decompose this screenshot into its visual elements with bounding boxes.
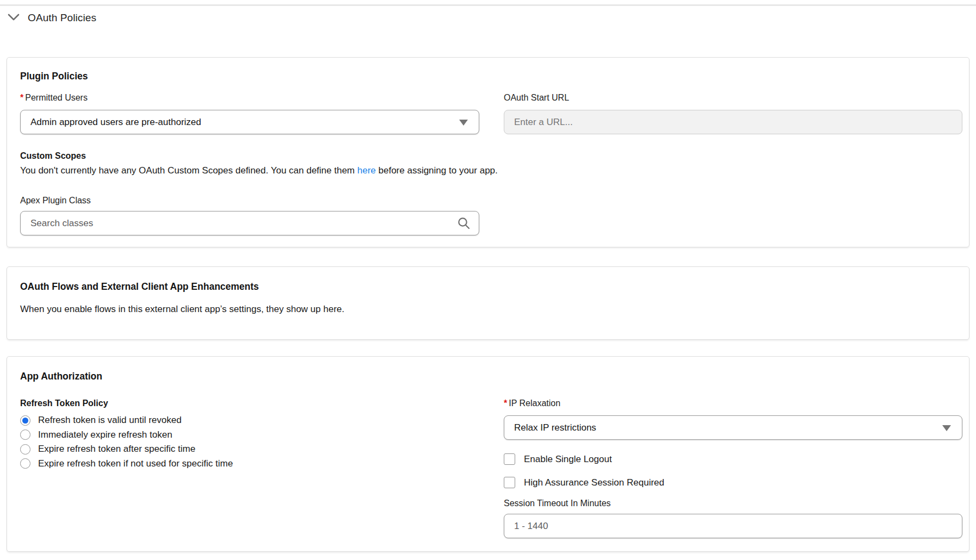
refresh-token-policy-radio-group: Refresh token is valid until revoked Imm…	[20, 413, 233, 471]
plugin-policies-title: Plugin Policies	[20, 71, 88, 82]
session-timeout-label: Session Timeout In Minutes	[504, 499, 611, 508]
ip-relaxation-select[interactable]: Relax IP restrictions	[504, 415, 962, 440]
high-assurance-session-checkbox[interactable]: High Assurance Session Required	[504, 477, 664, 488]
plugin-policies-card: Plugin Policies *Permitted Users Admin a…	[7, 57, 969, 247]
radio-refresh-valid-until-revoked[interactable]: Refresh token is valid until revoked	[20, 413, 233, 428]
apex-plugin-class-input[interactable]	[20, 211, 479, 235]
chevron-down-icon[interactable]	[8, 13, 20, 23]
radio-expire-if-not-used[interactable]: Expire refresh token if not used for spe…	[20, 457, 233, 471]
radio-expire-after-time[interactable]: Expire refresh token after specific time	[20, 442, 233, 457]
session-timeout-input[interactable]	[504, 514, 962, 538]
dropdown-caret-icon	[942, 425, 951, 431]
checkbox-icon[interactable]	[504, 477, 515, 488]
required-asterisk: *	[504, 399, 507, 408]
top-divider	[0, 4, 976, 6]
apex-plugin-class-search	[20, 211, 479, 235]
app-authorization-card: App Authorization Refresh Token Policy R…	[7, 356, 969, 552]
apex-plugin-class-label: Apex Plugin Class	[20, 196, 91, 206]
dropdown-caret-icon	[459, 120, 468, 126]
refresh-token-policy-label: Refresh Token Policy	[20, 399, 108, 408]
permitted-users-select[interactable]: Admin approved users are pre-authorized	[20, 110, 479, 134]
custom-scopes-title: Custom Scopes	[20, 151, 86, 161]
required-asterisk: *	[20, 93, 23, 102]
oauth-flows-title: OAuth Flows and External Client App Enha…	[20, 281, 259, 293]
radio-icon[interactable]	[20, 430, 30, 440]
permitted-users-label: *Permitted Users	[20, 93, 88, 103]
radio-immediately-expire[interactable]: Immediately expire refresh token	[20, 428, 233, 443]
app-authorization-title: App Authorization	[20, 371, 102, 382]
enable-single-logout-checkbox[interactable]: Enable Single Logout	[504, 453, 612, 465]
oauth-flows-description: When you enable flows in this external c…	[20, 304, 836, 315]
permitted-users-value: Admin approved users are pre-authorized	[30, 117, 201, 128]
custom-scopes-here-link[interactable]: here	[357, 165, 376, 176]
oauth-start-url-input[interactable]	[504, 110, 962, 134]
section-header-oauth-policies[interactable]: OAuth Policies	[8, 12, 96, 24]
radio-icon[interactable]	[20, 415, 30, 426]
ip-relaxation-label: *IP Relaxation	[504, 399, 560, 408]
ip-relaxation-value: Relax IP restrictions	[514, 422, 596, 433]
radio-icon[interactable]	[20, 444, 30, 455]
radio-icon[interactable]	[20, 458, 30, 469]
custom-scopes-text: You don't currently have any OAuth Custo…	[20, 165, 782, 176]
oauth-start-url-label: OAuth Start URL	[504, 93, 569, 103]
section-title: OAuth Policies	[28, 12, 96, 24]
oauth-flows-card: OAuth Flows and External Client App Enha…	[7, 266, 969, 340]
checkbox-icon[interactable]	[504, 453, 515, 465]
